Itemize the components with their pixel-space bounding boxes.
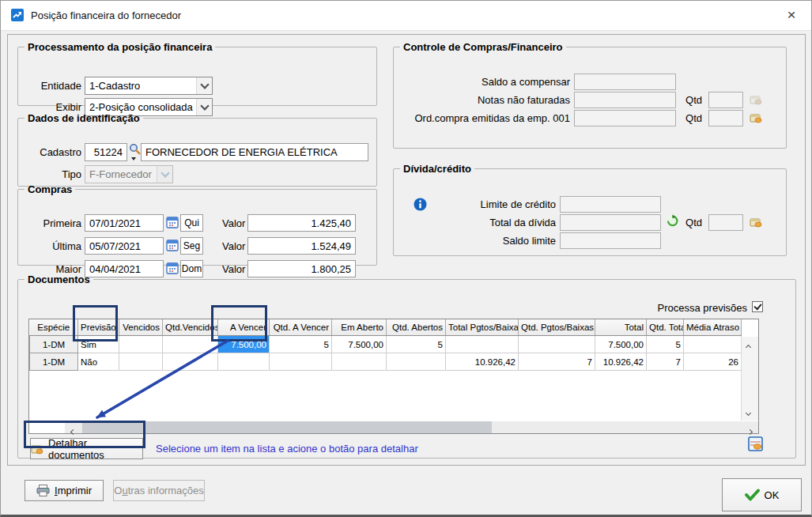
doc-table-grid[interactable]: EspéciePrevisãoVencidosQtd.VencidosA Ven… bbox=[29, 319, 742, 371]
entidade-select[interactable]: 1-Cadastro bbox=[85, 77, 213, 95]
doc-cell[interactable] bbox=[119, 353, 163, 371]
qtd-label: Qtd bbox=[670, 217, 702, 229]
imprimir-button[interactable]: Imprimir bbox=[25, 480, 104, 501]
doc-cell[interactable]: 7 bbox=[647, 353, 684, 371]
doc-table: EspéciePrevisãoVencidosQtd.VencidosA Ven… bbox=[28, 319, 759, 434]
doc-cell[interactable]: 10.926,42 bbox=[446, 353, 519, 371]
doc-header-row: EspéciePrevisãoVencidosQtd.VencidosA Ven… bbox=[30, 319, 742, 336]
scroll-right-icon[interactable] bbox=[748, 425, 754, 436]
tipo-value: F-Fornecedor bbox=[85, 168, 157, 180]
group-compras: Compras Primeira 07/01/2021 Qui Valor 1.… bbox=[17, 183, 377, 266]
doc-col-header[interactable]: Qtd. Abertos bbox=[387, 319, 446, 336]
doc-cell[interactable] bbox=[684, 336, 742, 353]
doc-col-header[interactable]: Em Aberto bbox=[332, 319, 387, 336]
cadastro-input[interactable]: 51224 bbox=[85, 143, 127, 161]
app-icon bbox=[11, 9, 24, 21]
cadastro-label: Cadastro bbox=[18, 146, 81, 159]
open-folder-hand-icon bbox=[31, 443, 43, 455]
group-identificacao: Dados de identificação Cadastro 51224 FO… bbox=[17, 112, 377, 187]
group-documentos: Documentos Processa previsões EspéciePre… bbox=[17, 274, 796, 459]
doc-cell[interactable]: Não bbox=[78, 353, 119, 371]
doc-col-header[interactable]: Média Atraso bbox=[684, 319, 742, 336]
doc-cell[interactable]: 5 bbox=[387, 336, 446, 353]
doc-cell[interactable] bbox=[163, 353, 218, 371]
doc-cell[interactable] bbox=[163, 336, 218, 353]
search-icon[interactable] bbox=[129, 143, 141, 157]
doc-row[interactable]: 1-DMSim7.500,0057.500,0057.500,005 bbox=[30, 336, 742, 353]
date-value: 05/07/2021 bbox=[89, 240, 141, 252]
scroll-left-icon[interactable] bbox=[69, 425, 75, 436]
cadastro-nome-field[interactable]: FORNECEDOR DE ENERGIA ELÉTRICA bbox=[141, 143, 368, 161]
doc-cell[interactable]: 7 bbox=[519, 353, 595, 371]
compra-primeira-label: Primeira bbox=[18, 217, 81, 230]
horizontal-scrollbar[interactable] bbox=[65, 421, 758, 433]
qtd-label: Qtd bbox=[670, 94, 702, 107]
titlebar: Posição financeira do fornecedor × bbox=[1, 1, 811, 31]
doc-cell[interactable] bbox=[119, 336, 163, 353]
doc-col-header[interactable]: Qtd. Pgtos/Baixas bbox=[519, 319, 595, 336]
doc-cell[interactable] bbox=[519, 336, 595, 353]
processa-previsoes-checkbox[interactable] bbox=[752, 301, 763, 312]
doc-col-header[interactable]: Qtd. A Vencer bbox=[270, 319, 332, 336]
notas-nao-faturadas-label: Notas não faturadas bbox=[394, 94, 570, 107]
scroll-up-icon[interactable] bbox=[746, 340, 750, 352]
doc-cell[interactable] bbox=[446, 336, 519, 353]
group-compras-title: Compras bbox=[25, 183, 75, 195]
doc-col-header[interactable]: A Vencer bbox=[218, 319, 270, 336]
doc-cell[interactable]: 10.926,42 bbox=[595, 353, 647, 371]
entidade-value: 1-Cadastro bbox=[85, 80, 196, 92]
vertical-scrollbar[interactable] bbox=[741, 337, 758, 421]
doc-col-header[interactable]: Previsão bbox=[78, 319, 119, 336]
compra-ultima-data[interactable]: 05/07/2021 bbox=[85, 237, 164, 255]
doc-cell[interactable] bbox=[387, 353, 446, 371]
doc-cell[interactable]: 26 bbox=[684, 353, 742, 371]
doc-cell[interactable] bbox=[332, 353, 387, 371]
tipo-label: Tipo bbox=[18, 168, 81, 181]
doc-cell[interactable]: 5 bbox=[647, 336, 684, 353]
doc-cell[interactable]: Sim bbox=[78, 336, 119, 353]
compra-primeira-data[interactable]: 07/01/2021 bbox=[85, 214, 164, 232]
ok-label: OK bbox=[765, 489, 780, 501]
open-folder-hand-icon[interactable] bbox=[750, 111, 762, 126]
doc-cell[interactable]: 5 bbox=[270, 336, 332, 353]
detalhar-documentos-button[interactable]: Detalhar documentos bbox=[30, 438, 143, 459]
compra-primeira-valor: 1.425,40 bbox=[247, 214, 356, 232]
doc-cell[interactable] bbox=[270, 353, 332, 371]
doc-cell[interactable]: 7.500,00 bbox=[332, 336, 387, 353]
doc-col-header[interactable]: Total bbox=[595, 319, 647, 336]
cadastro-value: 51224 bbox=[94, 146, 123, 158]
qtd-label: Qtd bbox=[670, 112, 702, 125]
saldo-compensar-field bbox=[574, 74, 676, 90]
calendar-icon[interactable] bbox=[166, 216, 179, 231]
doc-cell[interactable]: 1-DM bbox=[30, 336, 78, 353]
doc-col-header[interactable]: Vencidos bbox=[119, 319, 163, 336]
doc-col-header[interactable]: Qtd. Total bbox=[647, 319, 684, 336]
group-controle-title: Controle de Compras/Financeiro bbox=[400, 41, 566, 53]
doc-cell[interactable]: 7.500,00 bbox=[218, 336, 270, 353]
group-divida-title: Dívida/crédito bbox=[400, 163, 474, 175]
doc-col-header[interactable]: Total Pgtos/Baixas bbox=[446, 319, 519, 336]
open-folder-hand-icon[interactable] bbox=[750, 216, 762, 231]
exibir-value: 2-Posição consolidada bbox=[85, 101, 196, 113]
doc-col-header[interactable]: Qtd.Vencidos bbox=[163, 319, 218, 336]
day-value: Qui bbox=[184, 217, 199, 228]
calendar-icon[interactable] bbox=[166, 239, 179, 254]
close-icon[interactable]: × bbox=[781, 6, 802, 25]
compra-ultima-label: Última bbox=[18, 240, 81, 253]
day-value: Seg bbox=[183, 240, 200, 251]
scroll-down-icon[interactable] bbox=[746, 406, 750, 417]
chevron-down-icon bbox=[157, 166, 172, 183]
chevron-down-icon[interactable] bbox=[196, 77, 212, 94]
scrollbar-thumb[interactable] bbox=[82, 421, 492, 433]
grid-hand-icon[interactable] bbox=[748, 436, 763, 454]
doc-row[interactable]: 1-DMNão10.926,42710.926,42726 bbox=[30, 353, 742, 371]
doc-cell[interactable]: 7.500,00 bbox=[595, 336, 647, 353]
doc-cell[interactable]: 1-DM bbox=[30, 353, 78, 371]
search-options-arrow-icon[interactable] bbox=[131, 157, 136, 160]
group-processamento-title: Processamento da posição financeira bbox=[25, 41, 215, 53]
ok-button[interactable]: OK bbox=[722, 478, 802, 511]
doc-cell[interactable] bbox=[218, 353, 270, 371]
doc-col-header[interactable]: Espécie bbox=[30, 319, 78, 336]
compra-ultima-dia: Seg bbox=[180, 237, 203, 255]
group-divida: Dívida/crédito Limite de crédito Total d… bbox=[393, 163, 787, 256]
